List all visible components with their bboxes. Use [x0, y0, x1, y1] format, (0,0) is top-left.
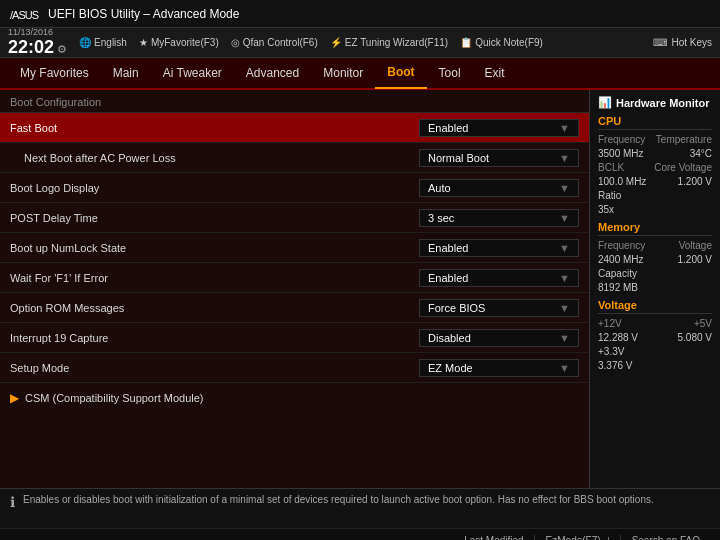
cpu-ratio-value: 35x: [598, 204, 712, 215]
last-modified-button[interactable]: Last Modified: [454, 535, 534, 540]
monitor-icon: 📊: [598, 96, 612, 109]
post-delay-arrow: ▼: [559, 212, 570, 224]
numlock-value[interactable]: Enabled ▼: [419, 239, 579, 257]
logo-text: /ASUS: [10, 9, 38, 21]
asus-logo: /ASUS: [10, 6, 38, 22]
setup-mode-value-text: EZ Mode: [428, 362, 473, 374]
cpu-bclk-value: 100.0 MHz: [598, 176, 646, 187]
cpu-section-label: CPU: [598, 115, 712, 130]
search-faq-button[interactable]: Search on FAQ: [622, 535, 710, 540]
next-boot-row[interactable]: Next Boot after AC Power Loss Normal Boo…: [0, 143, 589, 173]
interrupt19-arrow: ▼: [559, 332, 570, 344]
util-bar: 11/13/2016 22:02 ⚙ 🌐 English ★ MyFavorit…: [0, 28, 720, 58]
post-delay-row[interactable]: POST Delay Time 3 sec ▼: [0, 203, 589, 233]
nav-bar: My Favorites Main Ai Tweaker Advanced Mo…: [0, 58, 720, 90]
v12-label: +12V: [598, 318, 622, 329]
option-rom-row[interactable]: Option ROM Messages Force BIOS ▼: [0, 293, 589, 323]
fast-boot-label: Fast Boot: [10, 122, 419, 134]
boot-logo-row[interactable]: Boot Logo Display Auto ▼: [0, 173, 589, 203]
datetime: 11/13/2016 22:02 ⚙: [8, 27, 67, 58]
volt-12-row: +12V +5V: [598, 318, 712, 329]
interrupt19-row[interactable]: Interrupt 19 Capture Disabled ▼: [0, 323, 589, 353]
nav-boot[interactable]: Boot: [375, 57, 426, 89]
v33-value: 3.376 V: [598, 360, 712, 371]
hotkeys-label: Hot Keys: [671, 37, 712, 48]
setup-mode-row[interactable]: Setup Mode EZ Mode ▼: [0, 353, 589, 383]
boot-logo-value[interactable]: Auto ▼: [419, 179, 579, 197]
nav-tool[interactable]: Tool: [427, 57, 473, 89]
boot-logo-value-text: Auto: [428, 182, 451, 194]
v33-label: +3.3V: [598, 346, 712, 357]
nav-exit[interactable]: Exit: [473, 57, 517, 89]
boot-logo-arrow: ▼: [559, 182, 570, 194]
numlock-arrow: ▼: [559, 242, 570, 254]
nav-ai-tweaker[interactable]: Ai Tweaker: [151, 57, 234, 89]
wait-f1-row[interactable]: Wait For 'F1' If Error Enabled ▼: [0, 263, 589, 293]
fan-icon: ◎: [231, 37, 240, 48]
wait-f1-value-text: Enabled: [428, 272, 468, 284]
option-rom-label: Option ROM Messages: [10, 302, 419, 314]
csm-row[interactable]: ▶ CSM (Compatibility Support Module): [0, 383, 589, 413]
post-delay-value-text: 3 sec: [428, 212, 454, 224]
mem-freq-values: 2400 MHz 1.200 V: [598, 254, 712, 265]
hardware-monitor-panel: 📊 Hardware Monitor CPU Frequency Tempera…: [590, 90, 720, 488]
quicknote-label: Quick Note(F9): [475, 37, 543, 48]
hotkeys-button[interactable]: ⌨ Hot Keys: [653, 37, 712, 48]
interrupt19-value-text: Disabled: [428, 332, 471, 344]
cpu-corevolt-value: 1.200 V: [678, 176, 712, 187]
mem-freq-row: Frequency Voltage: [598, 240, 712, 251]
mem-volt-value: 1.200 V: [678, 254, 712, 265]
post-delay-value[interactable]: 3 sec ▼: [419, 209, 579, 227]
cpu-freq-value: 3500 MHz: [598, 148, 644, 159]
language-selector[interactable]: 🌐 English: [79, 37, 127, 48]
next-boot-label: Next Boot after AC Power Loss: [24, 152, 419, 164]
mem-freq-value: 2400 MHz: [598, 254, 644, 265]
wait-f1-value[interactable]: Enabled ▼: [419, 269, 579, 287]
next-boot-value-text: Normal Boot: [428, 152, 489, 164]
interrupt19-label: Interrupt 19 Capture: [10, 332, 419, 344]
mem-capacity-label: Capacity: [598, 268, 712, 279]
date: 11/13/2016: [8, 27, 67, 37]
gear-icon[interactable]: ⚙: [57, 43, 67, 55]
v5-value: 5.080 V: [678, 332, 712, 343]
qfan-label: Qfan Control(F6): [243, 37, 318, 48]
eztuning-label: EZ Tuning Wizard(F11): [345, 37, 448, 48]
nav-my-favorites[interactable]: My Favorites: [8, 57, 101, 89]
nav-monitor[interactable]: Monitor: [311, 57, 375, 89]
option-rom-value-text: Force BIOS: [428, 302, 485, 314]
fast-boot-row[interactable]: Fast Boot Enabled ▼: [0, 113, 589, 143]
numlock-row[interactable]: Boot up NumLock State Enabled ▼: [0, 233, 589, 263]
time-display: 22:02: [8, 37, 54, 57]
info-icon: ℹ: [10, 494, 15, 510]
description-bar: ℹ Enables or disables boot with initiali…: [0, 488, 720, 528]
eztuning-button[interactable]: ⚡ EZ Tuning Wizard(F11): [330, 37, 448, 48]
option-rom-value[interactable]: Force BIOS ▼: [419, 299, 579, 317]
interrupt19-value[interactable]: Disabled ▼: [419, 329, 579, 347]
note-icon: 📋: [460, 37, 472, 48]
fast-boot-arrow: ▼: [559, 122, 570, 134]
cpu-frequency-values: 3500 MHz 34°C: [598, 148, 712, 159]
cpu-bclk-values: 100.0 MHz 1.200 V: [598, 176, 712, 187]
myfavorite-button[interactable]: ★ MyFavorite(F3): [139, 37, 219, 48]
cpu-frequency-row: Frequency Temperature: [598, 134, 712, 145]
next-boot-value[interactable]: Normal Boot ▼: [419, 149, 579, 167]
qfan-button[interactable]: ◎ Qfan Control(F6): [231, 37, 318, 48]
cpu-temp-label: Temperature: [656, 134, 712, 145]
cpu-bclk-row: BCLK Core Voltage: [598, 162, 712, 173]
quicknote-button[interactable]: 📋 Quick Note(F9): [460, 37, 543, 48]
nav-main[interactable]: Main: [101, 57, 151, 89]
volt-12-values: 12.288 V 5.080 V: [598, 332, 712, 343]
mem-volt-label: Voltage: [679, 240, 712, 251]
v5-label: +5V: [694, 318, 712, 329]
myfavorite-label: MyFavorite(F3): [151, 37, 219, 48]
voltage-section-label: Voltage: [598, 299, 712, 314]
setup-mode-value[interactable]: EZ Mode ▼: [419, 359, 579, 377]
wait-f1-label: Wait For 'F1' If Error: [10, 272, 419, 284]
mem-freq-label: Frequency: [598, 240, 645, 251]
option-rom-arrow: ▼: [559, 302, 570, 314]
boot-logo-label: Boot Logo Display: [10, 182, 419, 194]
setup-mode-label: Setup Mode: [10, 362, 419, 374]
ezmode-button[interactable]: EzMode(F7)⊣: [536, 535, 621, 540]
nav-advanced[interactable]: Advanced: [234, 57, 311, 89]
fast-boot-value[interactable]: Enabled ▼: [419, 119, 579, 137]
